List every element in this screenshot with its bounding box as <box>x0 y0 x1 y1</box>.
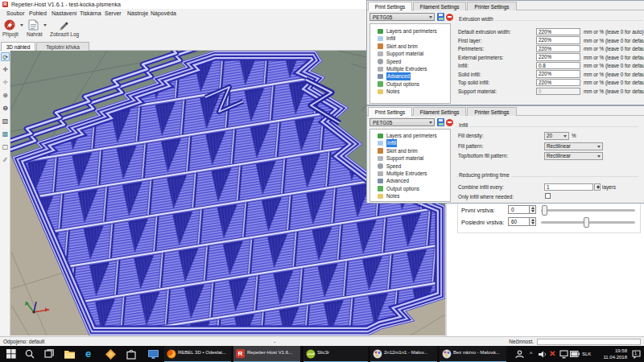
front-view-icon[interactable]: ▩ <box>1 130 10 138</box>
advanced-icon <box>378 179 383 184</box>
top-view-icon[interactable]: ▢ <box>1 142 10 151</box>
fill-density-combo[interactable]: 20 <box>544 132 569 140</box>
connection-status: Odpojeno: default <box>3 339 44 344</box>
pinned-app-orange-icon[interactable] <box>105 349 116 360</box>
first-layer-slider[interactable] <box>541 209 635 212</box>
slic3r1-tab-filament-settings[interactable]: Filament Settings <box>413 2 466 10</box>
first-layer-field[interactable]: 0 <box>508 205 536 214</box>
store-icon[interactable] <box>126 349 136 360</box>
slic3r1-tab-print-settings[interactable]: Print Settings <box>368 2 412 11</box>
network-icon[interactable] <box>559 350 568 359</box>
list-item-label: Speed <box>386 58 401 65</box>
first-layer-width-field[interactable]: 220% <box>536 36 580 44</box>
load-icon[interactable] <box>28 19 39 31</box>
first-layer-slider-handle[interactable] <box>542 205 547 216</box>
move-viewpoint-icon[interactable]: ✛ <box>1 78 10 87</box>
menu-nastroje[interactable]: Nástroje <box>127 9 148 18</box>
slic3r1-delete-profile-icon[interactable] <box>446 14 453 21</box>
slic3r2-save-profile-icon[interactable] <box>437 118 444 126</box>
slic3r2-tab-print-settings[interactable]: Print Settings <box>368 107 412 117</box>
edge-icon[interactable]: e <box>85 348 96 360</box>
taskbar-app-paint2[interactable]: Bez názvu - Malová... <box>440 346 506 362</box>
taskbar-app-slic3r[interactable]: Slic3r <box>303 346 368 362</box>
people-icon[interactable] <box>515 350 524 359</box>
load-button[interactable]: Nahrát <box>27 31 43 37</box>
list-item-label: Multiple Extruders <box>386 170 427 177</box>
menu-soubor[interactable]: Soubor <box>6 9 25 18</box>
fill-density-label: Fill density: <box>458 133 484 138</box>
list-item-label: Layers and perimeters <box>386 27 437 35</box>
combine-infill-field[interactable]: 1 <box>544 183 593 191</box>
connect-dropdown-arrow[interactable] <box>20 24 23 27</box>
extrusion-width-group-label: Extrusion width <box>457 16 495 22</box>
top-bottom-fill-pattern-combo[interactable]: Rectilinear <box>544 152 603 160</box>
search-icon[interactable] <box>25 349 35 359</box>
menu-tiskarna[interactable]: Tiskárna <box>80 9 101 18</box>
menu-pohled[interactable]: Pohled <box>29 9 47 18</box>
slic3r1-profile-combo[interactable]: PETG05 <box>369 13 435 21</box>
pinned-app-blue-icon[interactable] <box>148 350 159 359</box>
perimeters-width-field[interactable]: 220% <box>536 45 580 53</box>
tray-alert-icon[interactable]: ✕ <box>549 348 558 359</box>
slic3r2-profile-combo[interactable]: PETG05 <box>369 118 435 126</box>
slic3r1-tab-printer-settings[interactable]: Printer Settings <box>467 2 517 10</box>
tab-3d-view[interactable]: 3D náhled <box>1 42 35 51</box>
field-note: mm or % (leave 0 for default) <box>584 72 644 77</box>
list-item-label: Speed <box>386 162 401 170</box>
connect-button[interactable]: Připojit <box>2 31 19 37</box>
tray-language[interactable]: SLK <box>582 352 591 356</box>
solid-infill-width-field[interactable]: 220% <box>536 70 580 78</box>
tray-chevron-icon[interactable]: ^ <box>530 351 532 356</box>
task-view-icon[interactable] <box>44 349 54 359</box>
slic3r2-delete-profile-icon[interactable] <box>446 119 453 126</box>
first-layer-spinner[interactable] <box>529 206 535 213</box>
only-infill-label: Only infill where needed: <box>458 194 514 200</box>
external-perimeters-width-field[interactable]: 220% <box>536 53 580 61</box>
last-layer-spinner[interactable] <box>529 218 535 225</box>
taskbar-app-repetier[interactable]: R Repetier-Host V1.6... <box>233 346 300 362</box>
tray-date[interactable]: 11.04.2018 <box>597 355 627 360</box>
paint-icon <box>373 349 382 359</box>
combine-infill-spinner[interactable] <box>594 183 601 191</box>
list-item-label: Layers and perimeters <box>386 132 437 139</box>
menu-napoveda[interactable]: Nápověda <box>151 9 176 18</box>
reducing-time-group-label: Reducing printing time <box>457 172 511 178</box>
start-button-icon[interactable] <box>6 349 16 359</box>
slic3r1-settings-list: Layers and perimeters Infill Skirt and b… <box>369 23 451 104</box>
top-solid-infill-width-field[interactable]: 220% <box>536 79 580 87</box>
iso-view-icon[interactable]: ▧ <box>1 117 10 125</box>
last-layer-slider-handle[interactable] <box>584 217 589 228</box>
dropdown-arrow-icon <box>597 155 601 158</box>
slic3r1-save-profile-icon[interactable] <box>437 13 444 21</box>
last-layer-field[interactable]: 60 <box>508 217 536 226</box>
taskbar-app-rebel3d[interactable]: REBEL 3D • Odeslat... <box>164 346 231 362</box>
move-icon[interactable]: ✛ <box>1 65 10 74</box>
notes-icon <box>378 89 383 95</box>
support-material-width-field[interactable]: 0 <box>536 88 580 96</box>
battery-icon[interactable] <box>570 351 580 357</box>
parallel-projection-icon[interactable]: ⁄⁄ <box>1 155 10 164</box>
only-infill-checkbox[interactable] <box>545 193 551 199</box>
log-icon[interactable] <box>58 19 69 31</box>
log-button[interactable]: Zobrazit Log <box>50 31 79 37</box>
status-bar: Odpojeno: default - Nečinnost. <box>0 336 644 346</box>
zoom-out-icon[interactable]: ⊖ <box>1 104 10 113</box>
volume-icon[interactable] <box>539 350 547 359</box>
tray-time[interactable]: 19:58 <box>600 348 627 353</box>
load-dropdown-arrow[interactable] <box>43 24 47 27</box>
view-toolbar: ⟳ ✛ ✛ ⊕ ⊖ ▧ ▩ ▢ ⁄⁄ <box>0 51 10 335</box>
zoom-in-icon[interactable]: ⊕ <box>1 91 10 100</box>
menu-server[interactable]: Server <box>105 9 122 18</box>
tab-temperature-curve[interactable]: Teplotní křivka <box>36 42 89 51</box>
connect-icon[interactable] <box>4 19 15 31</box>
fill-pattern-combo[interactable]: Rectilinear <box>544 142 603 150</box>
slic3r2-tab-filament-settings[interactable]: Filament Settings <box>413 107 466 116</box>
infill-width-field[interactable]: 0.8 <box>536 62 580 70</box>
slic3r2-tab-printer-settings[interactable]: Printer Settings <box>467 107 517 116</box>
file-explorer-icon[interactable] <box>64 350 75 359</box>
taskbar-app-paint1[interactable]: 2n12m1n1 - Malov... <box>370 346 437 362</box>
layer-range-groupbox <box>457 200 641 233</box>
default-extrusion-width-field[interactable]: 220% <box>536 28 580 36</box>
menu-nastaveni[interactable]: Nastavení <box>52 9 77 18</box>
rotate-icon[interactable]: ⟳ <box>1 52 10 61</box>
